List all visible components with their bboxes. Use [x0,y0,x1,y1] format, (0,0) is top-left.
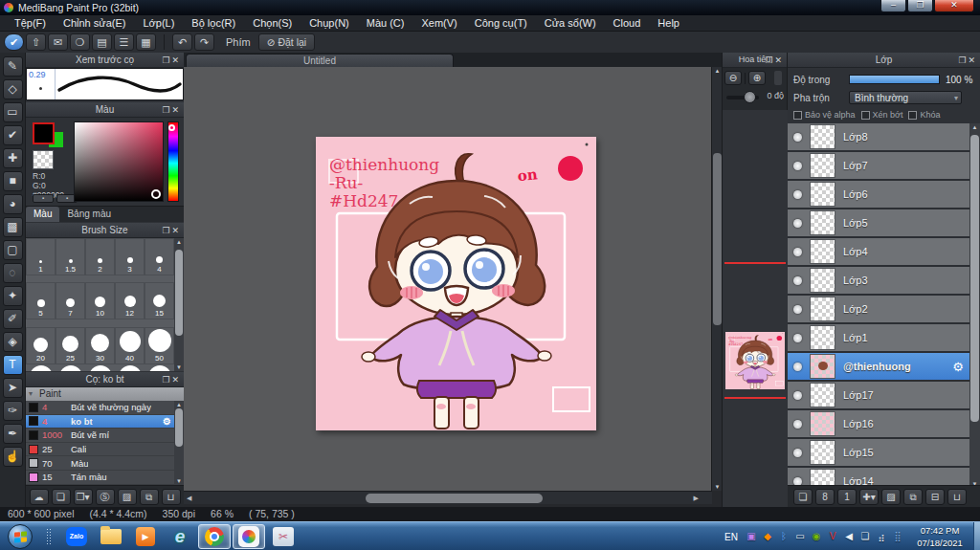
tray-volume-icon[interactable]: ◀ [843,531,855,542]
layer-visibility-toggle[interactable] [793,334,802,342]
select-move-tool[interactable]: ➤ [3,378,23,398]
brush-size-cell[interactable]: 40 [115,327,145,364]
brush-size-cell[interactable]: 3 [115,238,145,275]
close-button[interactable]: ✕ [934,0,974,12]
canvas-hscrollbar[interactable]: ◀ ▶ [184,491,712,504]
layer-visibility-toggle[interactable] [793,190,802,199]
menu-item[interactable]: Tệp(F) [6,15,55,32]
brush-row[interactable]: 4 ko bt ⚙ [26,415,174,429]
transparent-swatch[interactable] [33,150,54,169]
foreground-color-swatch[interactable] [33,122,55,144]
brush-tool[interactable]: ✎ [3,56,23,77]
layer-row[interactable]: Lớp3 ⚙ [788,267,969,296]
menu-item[interactable]: Công cụ(T) [466,15,536,32]
popout-icon[interactable]: ❐ [162,55,171,65]
brush-settings-icon[interactable]: ⚙ [163,416,171,427]
brush-size-cell[interactable]: 12 [115,282,145,319]
layers-scrollbar[interactable]: ▲ ▼ [969,123,980,488]
navigator-zoom-in-button[interactable]: ⊕ [748,71,766,85]
tray-bluetooth-icon[interactable]: ᛒ [778,531,790,542]
navigator-zoom-out-button[interactable]: ⊖ [724,71,742,85]
layer-delete-icon[interactable]: ⊔ [947,489,967,505]
brush-size-cell[interactable]: 4 [145,238,174,275]
close-icon[interactable]: ✕ [171,105,181,115]
rotate-knob[interactable] [744,91,756,103]
scroll-right-icon[interactable]: ▶ [694,495,699,502]
layer-8bit-icon[interactable]: 8 [815,489,835,505]
brush-row[interactable]: 25 Cali ⚙ [26,443,174,457]
layer-new-icon[interactable]: ❏ [793,489,813,505]
taskbar-snipping-icon[interactable]: ✂ [267,524,300,549]
move-tool[interactable]: ✚ [3,148,23,168]
layer-visibility-toggle[interactable] [793,391,802,400]
lasso-tool[interactable]: ◌ [3,263,23,283]
scroll-up-icon[interactable]: ▲ [174,239,184,245]
menu-item[interactable]: Xem(V) [412,15,465,32]
scroll-up-icon[interactable]: ▲ [969,124,980,130]
taskbar-ie-icon[interactable]: e [164,524,196,549]
tray-avast-icon[interactable]: ◆ [762,531,773,542]
menu-item[interactable]: Chỉnh sửa(E) [55,15,134,32]
magic-wand-tool[interactable]: ✦ [3,286,23,306]
taskbar-explorer-icon[interactable] [95,524,127,549]
minimize-button[interactable]: – [880,0,906,12]
brush-folder-icon[interactable]: ▨ [118,489,137,505]
comment-icon[interactable]: ✉ [48,33,68,51]
popout-icon[interactable]: ❐ [958,55,968,65]
brush-size-scrollbar[interactable]: ▲ ▼ [174,238,184,371]
tray-hidden-icon[interactable]: ⣿ [892,531,903,542]
close-icon[interactable]: ✕ [774,55,784,65]
tray-network-icon[interactable]: ⣴ [876,531,887,542]
language-indicator[interactable]: EN [724,532,738,542]
layer-visibility-toggle[interactable] [793,363,802,371]
scroll-left-icon[interactable]: ◀ [187,495,191,502]
brush-size-cell[interactable]: 30 [85,327,115,364]
layer-row[interactable]: Lớp4 ⚙ [788,238,969,267]
select-pen-tool[interactable]: ✐ [3,309,23,329]
reset-button[interactable]: ⊘ Đặt lại [258,33,315,51]
brush-new-icon[interactable]: ❏ [52,489,71,505]
close-icon[interactable]: ✕ [171,55,181,65]
menu-item[interactable]: Lớp(L) [134,15,183,32]
navigator-zoom-slider[interactable] [774,71,782,85]
polyline-tool[interactable]: ✔ [3,125,23,145]
menu-item[interactable]: Chụp(N) [301,15,358,32]
menu-item[interactable]: Bộ lọc(R) [183,15,244,32]
layer-row[interactable]: Lớp5 ⚙ [788,209,969,238]
canvas-vscrollbar[interactable]: ▲ ▼ [711,67,722,491]
taskbar-zalo-icon[interactable]: Zalo [60,524,93,549]
popout-icon[interactable]: ❐ [162,105,171,115]
layer-folder-icon[interactable]: ▨ [881,489,901,505]
tray-unikey-icon[interactable]: ▣ [746,531,757,542]
scroll-down-icon[interactable]: ▼ [174,478,184,484]
hue-slider[interactable] [167,121,179,202]
rect-tool[interactable]: ▭ [3,102,23,122]
cloud-sync-icon[interactable]: ✔ [4,33,24,51]
lock-checkbox[interactable]: Khóa [908,110,940,120]
layer-add-icon[interactable]: ✚▾ [859,489,879,505]
layer-row[interactable]: Lớp1 ⚙ [788,324,969,353]
scroll-down-icon[interactable]: ▼ [712,484,723,490]
layer-merge-icon[interactable]: ⊟ [925,489,945,505]
opacity-slider[interactable] [849,75,940,84]
layer-visibility-toggle[interactable] [793,449,802,457]
fill-rect-tool[interactable]: ■ [3,171,23,191]
navigator-view[interactable] [723,110,788,507]
brush-duplicate-icon[interactable]: ⧉ [140,489,159,505]
brush-row[interactable]: 1000 Bút vẽ mí ⚙ [26,429,174,443]
brush-size-cell[interactable]: 20 [26,327,56,364]
tab-palette[interactable]: Bảng màu [59,207,119,222]
layer-visibility-toggle[interactable] [793,276,802,285]
layer-row[interactable]: Lớp7 ⚙ [788,152,969,181]
material-icon[interactable]: ▦ [136,33,156,51]
brush-size-cell[interactable]: 10 [85,282,115,319]
brush-size-cell[interactable]: 1.5 [56,238,85,275]
alpha-protect-checkbox[interactable]: Bảo vệ alpha [793,110,856,120]
brush-import-icon[interactable]: ❐▾ [74,489,93,505]
brush-size-cell[interactable]: 25 [56,327,85,364]
layer-row[interactable]: Lớp8 ⚙ [788,123,969,152]
layer-row[interactable]: Lớp15 ⚙ [788,439,969,468]
brush-size-cell[interactable]: 5 [26,282,56,319]
start-button[interactable] [8,524,33,549]
brush-size-cell[interactable]: 2 [85,238,115,275]
